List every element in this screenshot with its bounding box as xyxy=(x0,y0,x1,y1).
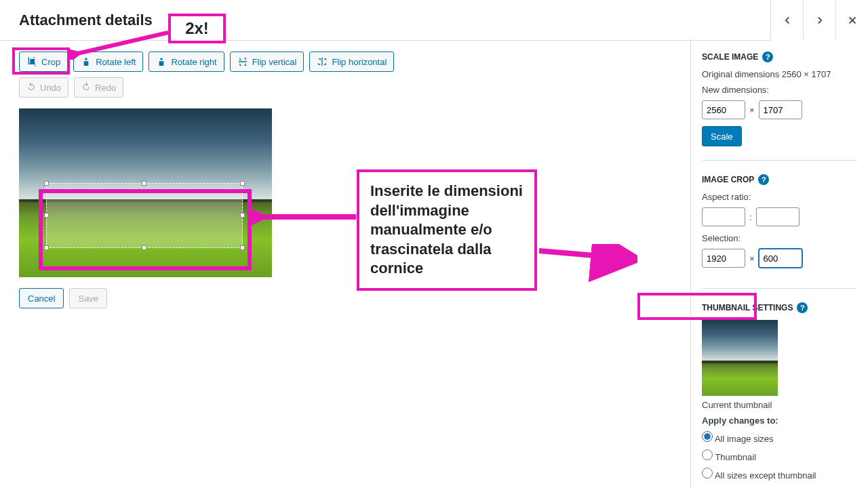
redo-icon xyxy=(81,82,91,94)
next-button[interactable] xyxy=(803,0,835,41)
thumbnail-settings-title: THUMBNAIL SETTINGS ? xyxy=(702,302,857,313)
radio-all-sizes-label: All image sizes xyxy=(715,434,774,444)
crop-button[interactable]: Crop xyxy=(19,52,68,72)
multiply-separator: × xyxy=(749,105,755,115)
close-button[interactable] xyxy=(835,0,868,41)
original-dimensions: Original dimensions 2560 × 1707 xyxy=(702,69,857,79)
image-crop-section: IMAGE CROP ? Aspect ratio: : Selection: … xyxy=(702,174,857,289)
rotate-right-button[interactable]: Rotate right xyxy=(149,52,224,72)
radio-except-thumbnail[interactable]: All sizes except thumbnail xyxy=(702,468,857,481)
selection-width-input[interactable] xyxy=(702,249,745,268)
scale-title-text: SCALE IMAGE xyxy=(702,52,758,62)
chevron-right-icon xyxy=(814,14,826,26)
flip-vertical-icon xyxy=(237,56,248,67)
undo-label: Undo xyxy=(40,83,61,93)
radio-except-thumbnail-label: All sizes except thumbnail xyxy=(715,470,816,481)
redo-button[interactable]: Redo xyxy=(74,77,123,98)
multiply-separator: × xyxy=(749,253,755,264)
prev-button[interactable] xyxy=(770,0,803,41)
rotate-left-label: Rotate left xyxy=(96,57,136,67)
history-toolbar: Undo Redo xyxy=(19,77,671,98)
radio-thumbnail-input[interactable] xyxy=(702,449,713,460)
rotate-left-icon xyxy=(81,56,92,67)
radio-all-sizes[interactable]: All image sizes xyxy=(702,431,857,444)
crop-label: Crop xyxy=(41,57,60,67)
image-canvas[interactable] xyxy=(19,108,272,277)
scale-image-title: SCALE IMAGE ? xyxy=(702,52,857,62)
attachment-details-modal: Attachment details Crop Rotate xyxy=(0,0,868,488)
crop-handle-mr[interactable] xyxy=(240,213,245,218)
thumbnail-settings-section: THUMBNAIL SETTINGS ? Current thumbnail A… xyxy=(702,302,857,488)
editor-area: Crop Rotate left Rotate right Flip verti… xyxy=(0,41,690,488)
aspect-ratio-label: Aspect ratio: xyxy=(702,192,857,202)
undo-button[interactable]: Undo xyxy=(19,77,68,98)
selection-row: × xyxy=(702,249,857,268)
crop-handle-tl[interactable] xyxy=(44,181,49,186)
edit-toolbar: Crop Rotate left Rotate right Flip verti… xyxy=(19,52,671,72)
undo-icon xyxy=(26,82,36,94)
thumbnail-title-text: THUMBNAIL SETTINGS xyxy=(702,303,793,312)
editor-actions: Cancel Save xyxy=(19,288,671,308)
crop-handle-tm[interactable] xyxy=(142,181,146,186)
scale-dimensions-row: × xyxy=(702,100,857,119)
flip-vertical-label: Flip vertical xyxy=(252,57,297,67)
help-icon[interactable]: ? xyxy=(762,52,773,62)
colon-separator: : xyxy=(749,212,752,222)
redo-label: Redo xyxy=(95,83,116,93)
new-dimensions-label: New dimensions: xyxy=(702,85,857,95)
page-title: Attachment details xyxy=(19,12,153,29)
crop-handle-bm[interactable] xyxy=(142,245,146,250)
flip-horizontal-button[interactable]: Flip horizontal xyxy=(309,52,394,72)
scale-width-input[interactable] xyxy=(702,100,745,119)
annotation-instruction-box: Inserite le dimensioni dell'immagine man… xyxy=(357,169,537,291)
thumbnail-preview xyxy=(702,320,778,396)
rotate-right-label: Rotate right xyxy=(171,57,216,67)
crop-title-text: IMAGE CROP xyxy=(702,175,754,184)
current-thumbnail-label: Current thumbnail xyxy=(702,400,857,410)
rotate-right-icon xyxy=(156,56,167,67)
flip-vertical-button[interactable]: Flip vertical xyxy=(230,52,304,72)
modal-header: Attachment details xyxy=(0,0,868,41)
flip-horizontal-label: Flip horizontal xyxy=(332,57,387,67)
aspect-ratio-row: : xyxy=(702,207,857,226)
cancel-button[interactable]: Cancel xyxy=(19,288,64,308)
save-button[interactable]: Save xyxy=(69,288,107,308)
header-controls xyxy=(770,0,868,41)
radio-thumbnail[interactable]: Thumbnail xyxy=(702,449,857,462)
help-icon[interactable]: ? xyxy=(797,302,808,313)
radio-thumbnail-label: Thumbnail xyxy=(715,452,756,462)
scale-button[interactable]: Scale xyxy=(702,126,742,146)
radio-all-sizes-input[interactable] xyxy=(702,431,713,442)
help-icon[interactable]: ? xyxy=(758,174,769,185)
crop-selection-box[interactable] xyxy=(46,183,243,248)
crop-handle-tr[interactable] xyxy=(240,181,245,186)
close-icon xyxy=(846,14,859,26)
rotate-left-button[interactable]: Rotate left xyxy=(73,52,143,72)
crop-handle-br[interactable] xyxy=(240,245,245,250)
image-crop-title: IMAGE CROP ? xyxy=(702,174,857,185)
selection-label: Selection: xyxy=(702,233,857,243)
aspect-height-input[interactable] xyxy=(756,207,800,226)
flip-horizontal-icon xyxy=(317,56,328,67)
scale-image-section: SCALE IMAGE ? Original dimensions 2560 ×… xyxy=(702,52,857,161)
aspect-width-input[interactable] xyxy=(702,207,745,226)
sidebar: SCALE IMAGE ? Original dimensions 2560 ×… xyxy=(690,41,868,488)
crop-handle-ml[interactable] xyxy=(44,213,49,218)
apply-changes-label: Apply changes to: xyxy=(702,415,857,426)
crop-handle-bl[interactable] xyxy=(44,245,49,250)
chevron-left-icon xyxy=(781,14,793,26)
radio-except-thumbnail-input[interactable] xyxy=(702,468,713,479)
crop-icon xyxy=(26,56,37,67)
scale-height-input[interactable] xyxy=(759,100,802,119)
selection-height-input[interactable] xyxy=(759,249,802,268)
